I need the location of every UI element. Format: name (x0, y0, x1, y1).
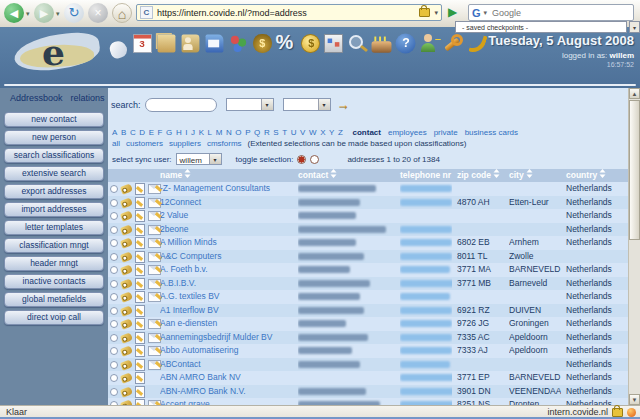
alphabet-letter-link[interactable]: O (235, 128, 241, 137)
url-bar[interactable]: C https://intern.covide.nl/?mod=address … (136, 4, 442, 21)
sidebar-button[interactable]: letter templates (4, 220, 104, 235)
sidebar-button[interactable]: export addresses (4, 184, 104, 199)
web-search-input[interactable] (490, 7, 630, 19)
row-select-radio[interactable] (110, 280, 118, 288)
name-link[interactable]: Accent grave (160, 398, 292, 405)
sidebar-button[interactable]: global metafields (4, 292, 104, 307)
sort-icon[interactable] (184, 169, 191, 182)
search-filter-select-2[interactable]: ▾ (283, 98, 331, 111)
reload-button[interactable]: ↻ (64, 3, 84, 23)
url-text[interactable]: https://intern.covide.nl/?mod=address (157, 8, 415, 18)
tab-addressbook[interactable]: Addressbook (10, 93, 63, 103)
alphabet-letter-link[interactable]: H (176, 128, 182, 137)
birthday-cake-icon[interactable] (372, 41, 392, 52)
hand-icon[interactable] (108, 39, 129, 60)
row-select-radio[interactable] (110, 374, 118, 382)
sort-icon[interactable] (599, 169, 606, 182)
sort-icon[interactable] (526, 169, 533, 182)
name-link[interactable]: ABN AMRO Bank NV (160, 371, 292, 385)
name-link[interactable]: A.B.I.B.V. (160, 277, 292, 291)
row-select-radio[interactable] (110, 199, 118, 207)
alphabet-letter-link[interactable]: S (273, 128, 278, 137)
group-filter-link[interactable]: employees (388, 128, 427, 137)
sort-icon[interactable] (493, 169, 500, 182)
scroll-up-icon[interactable]: ▲ (629, 88, 640, 99)
row-select-radio[interactable] (110, 388, 118, 396)
dropdown-icon[interactable]: ▾ (318, 99, 330, 110)
name-link[interactable]: A Million Minds (160, 236, 292, 250)
tag-icon[interactable] (120, 332, 133, 344)
web-search-box[interactable]: G ▾ (468, 4, 634, 21)
edit-note-icon[interactable] (135, 372, 145, 384)
toggle-selection-radio-off[interactable] (310, 155, 319, 164)
alphabet-letter-link[interactable]: N (226, 128, 232, 137)
percent-icon[interactable] (276, 33, 297, 54)
finance-coin-icon[interactable] (301, 34, 320, 53)
alphabet-letter-link[interactable]: U (291, 128, 297, 137)
sync-user-select[interactable]: willem ▾ (176, 153, 222, 165)
alphabet-letter-link[interactable]: Y (329, 128, 334, 137)
saxophone-icon[interactable] (467, 33, 488, 54)
tag-icon[interactable] (120, 197, 133, 209)
column-header[interactable]: zip code (457, 169, 500, 182)
edit-note-icon[interactable] (135, 359, 145, 371)
tag-icon[interactable] (120, 224, 133, 236)
edit-note-icon[interactable] (135, 210, 145, 222)
tag-icon[interactable] (120, 305, 133, 317)
tag-icon[interactable] (120, 345, 133, 357)
name-link[interactable]: A1 Interflow BV (160, 304, 292, 318)
edit-note-icon[interactable] (135, 237, 145, 249)
column-header[interactable]: telephone nr (400, 169, 460, 182)
sidebar-button[interactable]: classification mngt (4, 238, 104, 253)
row-select-radio[interactable] (110, 239, 118, 247)
search-engine-dropdown-icon[interactable]: ▾ (484, 9, 488, 17)
tag-icon[interactable] (120, 183, 133, 195)
search-icon[interactable] (347, 33, 368, 54)
edit-note-icon[interactable] (135, 291, 145, 303)
name-link[interactable]: ABN-AMRO Bank N.V. (160, 385, 292, 399)
tag-icon[interactable] (120, 264, 133, 276)
forward-button[interactable]: ▶ (34, 3, 54, 23)
tag-icon[interactable] (120, 359, 133, 371)
sidebar-button[interactable]: import addresses (4, 202, 104, 217)
group-filter-link[interactable]: contact (353, 128, 381, 137)
moneybag-icon[interactable] (253, 34, 272, 53)
sort-icon[interactable] (330, 169, 337, 182)
search-go-arrow-icon[interactable]: → (337, 97, 350, 112)
row-select-radio[interactable] (110, 347, 118, 355)
edit-note-icon[interactable] (135, 251, 145, 263)
name-link[interactable]: 2beone (160, 223, 292, 237)
row-select-radio[interactable] (110, 185, 118, 193)
name-link[interactable]: Abbo Automatisering (160, 344, 292, 358)
name-link[interactable]: A. Foeth b.v. (160, 263, 292, 277)
row-select-radio[interactable] (110, 307, 118, 315)
groupware-icon[interactable] (229, 34, 248, 53)
name-link[interactable]: Aan e-diensten (160, 317, 292, 331)
name-link[interactable]: 2 Value (160, 209, 292, 223)
user-admin-icon[interactable] (419, 33, 440, 54)
alphabet-letter-link[interactable]: T (282, 128, 287, 137)
calendar-icon[interactable] (133, 34, 152, 53)
alphabet-letter-link[interactable]: M (216, 128, 223, 137)
name-link[interactable]: A.G. textiles BV (160, 290, 292, 304)
scrollbar-thumb[interactable] (629, 100, 640, 240)
name-link[interactable]: A&C Computers (160, 250, 292, 264)
column-header[interactable]: country (566, 169, 606, 182)
sidebar-button[interactable]: new contact (4, 112, 104, 127)
settings-wrench-icon[interactable] (443, 33, 464, 54)
stop-button[interactable]: × (88, 3, 108, 23)
saved-checkpoints-select[interactable]: - saved checkpoints - (455, 21, 627, 33)
alphabet-letter-link[interactable]: B (121, 128, 126, 137)
tab-relations[interactable]: relations (71, 93, 105, 103)
help-icon[interactable] (396, 34, 416, 54)
alphabet-letter-link[interactable]: G (166, 128, 172, 137)
edit-note-icon[interactable] (135, 197, 145, 209)
column-header[interactable]: city (509, 169, 533, 182)
scroll-down-icon[interactable]: ▼ (629, 394, 640, 405)
back-button[interactable]: ◀ (4, 3, 24, 23)
row-select-radio[interactable] (110, 226, 118, 234)
alphabet-letter-link[interactable]: D (139, 128, 145, 137)
selection-filter-link[interactable]: all (112, 139, 120, 148)
column-header[interactable]: name (160, 169, 191, 182)
saved-checkpoints-dropdown-icon[interactable]: ▾ (629, 21, 640, 33)
